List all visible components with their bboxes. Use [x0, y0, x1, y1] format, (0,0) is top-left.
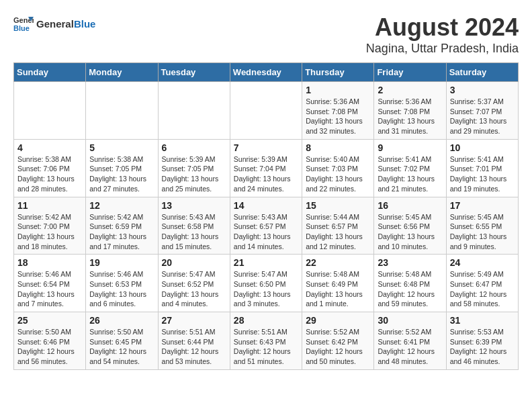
- calendar-cell: 28Sunrise: 5:51 AMSunset: 6:43 PMDayligh…: [230, 312, 302, 370]
- calendar-cell: [86, 82, 158, 140]
- calendar-cell: 2Sunrise: 5:36 AMSunset: 7:08 PMDaylight…: [374, 82, 446, 140]
- day-number: 11: [17, 200, 82, 211]
- calendar-cell: 29Sunrise: 5:52 AMSunset: 6:42 PMDayligh…: [302, 312, 374, 370]
- calendar-cell: [14, 82, 86, 140]
- day-info: Sunrise: 5:48 AMSunset: 6:49 PMDaylight:…: [306, 269, 370, 309]
- calendar-cell: 31Sunrise: 5:53 AMSunset: 6:39 PMDayligh…: [446, 312, 518, 370]
- day-number: 22: [306, 257, 370, 268]
- calendar-cell: 24Sunrise: 5:49 AMSunset: 6:47 PMDayligh…: [446, 255, 518, 312]
- day-info: Sunrise: 5:53 AMSunset: 6:39 PMDaylight:…: [450, 327, 515, 367]
- calendar-cell: 11Sunrise: 5:42 AMSunset: 7:00 PMDayligh…: [14, 197, 86, 255]
- day-number: 9: [378, 142, 442, 153]
- day-number: 15: [306, 200, 370, 211]
- day-number: 16: [378, 200, 442, 211]
- day-info: Sunrise: 5:36 AMSunset: 7:08 PMDaylight:…: [306, 97, 370, 136]
- day-number: 1: [306, 85, 370, 95]
- calendar-cell: [230, 82, 302, 140]
- calendar-cell: 17Sunrise: 5:45 AMSunset: 6:55 PMDayligh…: [446, 197, 518, 255]
- day-info: Sunrise: 5:42 AMSunset: 6:59 PMDaylight:…: [89, 212, 154, 252]
- calendar-cell: 30Sunrise: 5:52 AMSunset: 6:41 PMDayligh…: [374, 312, 446, 370]
- day-of-week-header: Saturday: [446, 63, 518, 82]
- calendar-cell: [158, 82, 230, 140]
- day-of-week-header: Sunday: [14, 63, 86, 82]
- day-number: 21: [234, 257, 298, 268]
- calendar-cell: 12Sunrise: 5:42 AMSunset: 6:59 PMDayligh…: [86, 197, 158, 255]
- day-info: Sunrise: 5:52 AMSunset: 6:42 PMDaylight:…: [306, 327, 370, 367]
- calendar-cell: 21Sunrise: 5:47 AMSunset: 6:50 PMDayligh…: [230, 255, 302, 312]
- calendar-cell: 16Sunrise: 5:45 AMSunset: 6:56 PMDayligh…: [374, 197, 446, 255]
- calendar-cell: 20Sunrise: 5:47 AMSunset: 6:52 PMDayligh…: [158, 255, 230, 312]
- main-title: August 2024: [366, 13, 519, 42]
- logo: General Blue GeneralBlue: [13, 13, 95, 34]
- day-info: Sunrise: 5:49 AMSunset: 6:47 PMDaylight:…: [450, 269, 515, 309]
- calendar-cell: 15Sunrise: 5:44 AMSunset: 6:57 PMDayligh…: [302, 197, 374, 255]
- day-info: Sunrise: 5:39 AMSunset: 7:04 PMDaylight:…: [234, 154, 298, 194]
- day-number: 31: [450, 315, 515, 326]
- title-area: August 2024 Nagina, Uttar Pradesh, India: [366, 13, 519, 56]
- calendar-cell: 10Sunrise: 5:41 AMSunset: 7:01 PMDayligh…: [446, 139, 518, 197]
- day-number: 30: [378, 315, 442, 326]
- day-number: 25: [17, 315, 82, 326]
- day-info: Sunrise: 5:50 AMSunset: 6:45 PMDaylight:…: [89, 327, 154, 367]
- day-info: Sunrise: 5:45 AMSunset: 6:55 PMDaylight:…: [450, 212, 515, 252]
- day-number: 14: [234, 200, 298, 211]
- day-info: Sunrise: 5:45 AMSunset: 6:56 PMDaylight:…: [378, 212, 442, 252]
- calendar-cell: 13Sunrise: 5:43 AMSunset: 6:58 PMDayligh…: [158, 197, 230, 255]
- day-info: Sunrise: 5:47 AMSunset: 6:52 PMDaylight:…: [162, 269, 226, 309]
- day-info: Sunrise: 5:51 AMSunset: 6:44 PMDaylight:…: [162, 327, 226, 367]
- calendar-cell: 14Sunrise: 5:43 AMSunset: 6:57 PMDayligh…: [230, 197, 302, 255]
- day-of-week-header: Wednesday: [230, 63, 302, 82]
- day-number: 3: [450, 85, 515, 95]
- day-number: 18: [17, 257, 82, 268]
- day-number: 20: [162, 257, 226, 268]
- day-number: 5: [89, 142, 154, 153]
- day-number: 4: [17, 142, 82, 153]
- day-info: Sunrise: 5:47 AMSunset: 6:50 PMDaylight:…: [234, 269, 298, 309]
- calendar-cell: 8Sunrise: 5:40 AMSunset: 7:03 PMDaylight…: [302, 139, 374, 197]
- day-info: Sunrise: 5:43 AMSunset: 6:58 PMDaylight:…: [162, 212, 226, 252]
- day-info: Sunrise: 5:41 AMSunset: 7:02 PMDaylight:…: [378, 154, 442, 194]
- calendar-cell: 4Sunrise: 5:38 AMSunset: 7:06 PMDaylight…: [14, 139, 86, 197]
- day-info: Sunrise: 5:52 AMSunset: 6:41 PMDaylight:…: [378, 327, 442, 367]
- day-info: Sunrise: 5:38 AMSunset: 7:05 PMDaylight:…: [89, 154, 154, 194]
- calendar-cell: 22Sunrise: 5:48 AMSunset: 6:49 PMDayligh…: [302, 255, 374, 312]
- day-info: Sunrise: 5:46 AMSunset: 6:54 PMDaylight:…: [17, 269, 82, 309]
- day-info: Sunrise: 5:40 AMSunset: 7:03 PMDaylight:…: [306, 154, 370, 194]
- svg-text:Blue: Blue: [13, 24, 30, 32]
- logo-general-text: General: [36, 18, 74, 30]
- day-info: Sunrise: 5:42 AMSunset: 7:00 PMDaylight:…: [17, 212, 82, 252]
- day-info: Sunrise: 5:46 AMSunset: 6:53 PMDaylight:…: [89, 269, 154, 309]
- day-number: 29: [306, 315, 370, 326]
- day-info: Sunrise: 5:48 AMSunset: 6:48 PMDaylight:…: [378, 269, 442, 309]
- calendar-cell: 19Sunrise: 5:46 AMSunset: 6:53 PMDayligh…: [86, 255, 158, 312]
- day-of-week-header: Monday: [86, 63, 158, 82]
- day-info: Sunrise: 5:41 AMSunset: 7:01 PMDaylight:…: [450, 154, 515, 194]
- day-info: Sunrise: 5:51 AMSunset: 6:43 PMDaylight:…: [234, 327, 298, 367]
- day-number: 27: [162, 315, 226, 326]
- calendar-week-row: 18Sunrise: 5:46 AMSunset: 6:54 PMDayligh…: [14, 255, 519, 312]
- calendar-week-row: 25Sunrise: 5:50 AMSunset: 6:46 PMDayligh…: [14, 312, 519, 370]
- calendar-cell: 6Sunrise: 5:39 AMSunset: 7:05 PMDaylight…: [158, 139, 230, 197]
- calendar-cell: 1Sunrise: 5:36 AMSunset: 7:08 PMDaylight…: [302, 82, 374, 140]
- day-number: 12: [89, 200, 154, 211]
- calendar-week-row: 11Sunrise: 5:42 AMSunset: 7:00 PMDayligh…: [14, 197, 519, 255]
- day-of-week-header: Tuesday: [158, 63, 230, 82]
- day-number: 17: [450, 200, 515, 211]
- day-of-week-header: Friday: [374, 63, 446, 82]
- day-number: 23: [378, 257, 442, 268]
- day-info: Sunrise: 5:36 AMSunset: 7:08 PMDaylight:…: [378, 97, 442, 136]
- day-number: 28: [234, 315, 298, 326]
- calendar-table: SundayMondayTuesdayWednesdayThursdayFrid…: [13, 62, 519, 370]
- subtitle: Nagina, Uttar Pradesh, India: [366, 42, 519, 56]
- calendar-cell: 18Sunrise: 5:46 AMSunset: 6:54 PMDayligh…: [14, 255, 86, 312]
- calendar-header-row: SundayMondayTuesdayWednesdayThursdayFrid…: [14, 63, 519, 82]
- day-number: 10: [450, 142, 515, 153]
- calendar-week-row: 4Sunrise: 5:38 AMSunset: 7:06 PMDaylight…: [14, 139, 519, 197]
- day-info: Sunrise: 5:38 AMSunset: 7:06 PMDaylight:…: [17, 154, 82, 194]
- day-number: 8: [306, 142, 370, 153]
- day-number: 24: [450, 257, 515, 268]
- day-number: 19: [89, 257, 154, 268]
- day-info: Sunrise: 5:43 AMSunset: 6:57 PMDaylight:…: [234, 212, 298, 252]
- day-info: Sunrise: 5:44 AMSunset: 6:57 PMDaylight:…: [306, 212, 370, 252]
- calendar-cell: 23Sunrise: 5:48 AMSunset: 6:48 PMDayligh…: [374, 255, 446, 312]
